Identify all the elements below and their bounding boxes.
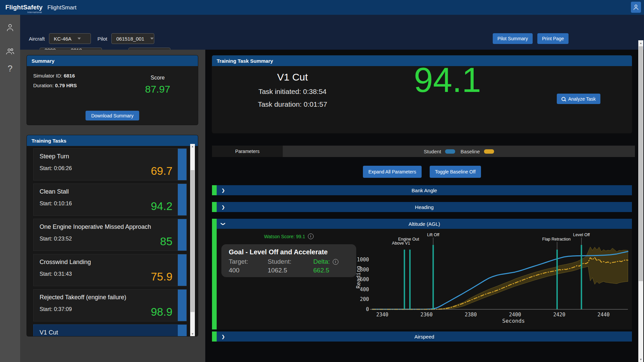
tasks-scrollbar[interactable]: ▴ ▾ [190, 144, 195, 336]
svg-text:Engine Out: Engine Out [398, 237, 419, 242]
svg-text:Reading: Reading [356, 266, 362, 288]
tab-parameters[interactable]: Parameters [212, 146, 283, 157]
simulator-id: Simulator ID: 6816 [33, 73, 75, 79]
main-content: Training Task Summary V1 Cut Task initia… [205, 50, 644, 362]
task-start-time: Start: 0:06:26 [40, 165, 72, 171]
chevron-right-icon: ❯ [221, 188, 225, 193]
task-score: 69.7 [151, 165, 172, 177]
task-score-bar [178, 325, 186, 336]
tasks-scrollbar-thumb[interactable] [191, 170, 195, 312]
parameters-bar: Parameters StudentBaseline [212, 146, 635, 157]
info-icon[interactable]: i [308, 234, 314, 239]
info-icon[interactable]: i [333, 259, 338, 265]
scroll-up-arrow[interactable]: ▴ [190, 144, 195, 148]
toggle-baseline-button[interactable]: Toggle Baseline Off [430, 166, 481, 178]
training-task-list: Steep TurnStart: 0:06:2669.7Clean StallS… [27, 146, 198, 336]
chevron-down-icon [77, 38, 81, 40]
current-task-block: V1 Cut Task initiated: 0:38:54 Task dura… [242, 71, 343, 108]
aircraft-label: Aircraft [29, 36, 45, 42]
svg-text:2380: 2380 [465, 312, 477, 318]
parameter-header-heading[interactable]: ❯ Heading [217, 202, 632, 212]
summary-card-header: Summary [27, 55, 198, 66]
legend-swatch [445, 149, 455, 154]
parameter-header-airspeed[interactable]: ❯ Airspeed [217, 331, 632, 342]
task-score: 85 [160, 235, 172, 248]
download-summary-button[interactable]: Download Summary [86, 111, 139, 120]
task-list-item[interactable]: Steep TurnStart: 0:06:2669.7 [34, 149, 186, 180]
pilot-select[interactable]: 061518_001 [111, 33, 154, 44]
chevron-right-icon: ❯ [221, 205, 225, 209]
pilot-summary-button[interactable]: Pilot Summary [493, 33, 533, 44]
scroll-down-arrow[interactable]: ▾ [638, 357, 643, 361]
task-score-bar [178, 149, 186, 180]
sidebar-item-pilots-group[interactable] [0, 45, 20, 58]
task-list-item[interactable]: Clean StallStart: 0:10:1694.2 [34, 184, 186, 215]
parameter-buttons: Expand All Parameters Toggle Baseline Of… [212, 166, 632, 178]
task-name: Clean Stall [40, 188, 69, 195]
page-scrollbar[interactable]: ▴ ▾ [638, 40, 643, 362]
user-menu-button[interactable] [631, 2, 641, 13]
chevron-down-icon [150, 38, 154, 40]
task-name: V1 Cut [40, 329, 58, 336]
task-list-item[interactable]: One Engine Inoperative Missed ApproachSt… [34, 219, 186, 251]
task-name: Rejected Takeoff (engine failure) [40, 294, 126, 301]
target-label: Target: [229, 258, 268, 265]
brand-text: FlightSafety [5, 4, 43, 11]
pilot-label: Pilot [98, 36, 107, 42]
scroll-down-arrow[interactable]: ▾ [190, 332, 195, 336]
parameter-status-bar [212, 202, 217, 212]
aircraft-select[interactable]: KC-46A [49, 33, 91, 44]
sidebar-item-help[interactable]: ? [0, 62, 20, 75]
legend-item[interactable]: Baseline [461, 149, 494, 154]
analyze-task-button[interactable]: Analyze Task [557, 94, 600, 104]
parameter-status-bar [212, 331, 217, 342]
chevron-down-icon: ❯ [221, 222, 225, 226]
legend-swatch [484, 149, 494, 154]
task-list-item[interactable]: Rejected Takeoff (engine failure)Start: … [34, 290, 186, 321]
training-tasks-viewport: Steep TurnStart: 0:06:2669.7Clean StallS… [27, 146, 198, 336]
svg-text:Level Off: Level Off [573, 232, 590, 237]
svg-text:2360: 2360 [421, 312, 433, 318]
print-page-button[interactable]: Print Page [537, 33, 569, 44]
altitude-chart[interactable]: Above V1Engine OutLift OffFlap Retractio… [356, 231, 632, 324]
parameter-status-bar [212, 185, 217, 195]
session-score: Score 87.97 [136, 75, 179, 95]
task-list-item[interactable]: V1 Cut [34, 325, 186, 336]
brand-subtext: International [28, 11, 42, 13]
svg-text:200: 200 [360, 296, 369, 302]
task-list-item[interactable]: Crosswind LandingStart: 0:31:4375.9 [34, 254, 186, 286]
parameter-title: Heading [217, 204, 632, 210]
top-header: FlightSafety International FlightSmart [0, 0, 644, 15]
goal-title: Goal - Level Off and Accelerate [229, 248, 356, 256]
altitude-detail-body: Watson Score: 99.1 i Goal - Level Off an… [217, 229, 632, 329]
svg-text:Seconds: Seconds [502, 318, 525, 324]
task-start-time: Start: 0:23:52 [40, 236, 72, 242]
left-sidebar: ? [0, 15, 20, 362]
svg-text:Above V1: Above V1 [392, 241, 410, 246]
legend-label: Baseline [461, 149, 480, 154]
task-start-time: Start: 0:10:16 [40, 201, 72, 207]
task-start-time: Start: 0:31:43 [40, 271, 72, 277]
watson-score: Watson Score: 99.1 i [221, 234, 356, 239]
training-tasks-header: Training Tasks [27, 135, 198, 146]
scroll-up-arrow[interactable]: ▴ [638, 41, 643, 45]
brand: FlightSafety International FlightSmart [5, 4, 76, 11]
task-score-bar [178, 290, 186, 321]
summary-title: Summary [32, 58, 54, 64]
training-tasks-card: Training Tasks Steep TurnStart: 0:06:266… [27, 135, 198, 336]
task-name: Steep Turn [40, 153, 69, 160]
sidebar-item-pilot[interactable] [0, 21, 20, 34]
parameter-header-bank-angle[interactable]: ❯ Bank Angle [217, 185, 632, 195]
training-tasks-title: Training Tasks [32, 138, 66, 144]
target-value: 400 [229, 267, 268, 274]
parameter-title: Airspeed [217, 334, 632, 340]
task-score-bar [178, 254, 186, 286]
training-task-summary-title: Training Task Summary [217, 58, 273, 64]
svg-text:2420: 2420 [553, 312, 565, 318]
expand-all-parameters-button[interactable]: Expand All Parameters [363, 166, 421, 178]
brand-logo: FlightSafety International [5, 4, 43, 11]
legend-item[interactable]: Student [424, 149, 455, 154]
page-scrollbar-thumb[interactable] [639, 46, 643, 281]
parameter-header-altitude[interactable]: ❯ Altitude (AGL) [217, 219, 632, 229]
parameter-row-bank-angle: ❯ Bank Angle [212, 185, 632, 195]
